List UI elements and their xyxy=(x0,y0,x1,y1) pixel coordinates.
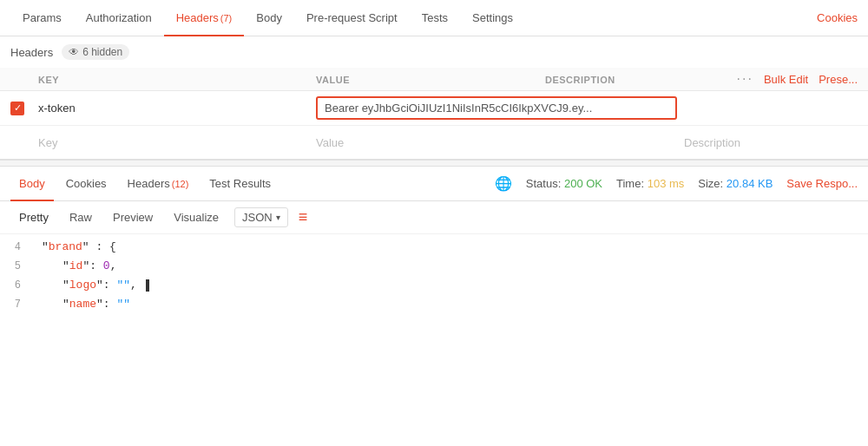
actions-col-header: ··· Bulk Edit Prese... xyxy=(719,71,858,87)
format-row: Pretty Raw Preview Visualize JSON ▾ ≡ xyxy=(0,201,868,234)
resp-tab-test-results[interactable]: Test Results xyxy=(201,167,279,201)
response-panel: Body Cookies Headers(12) Test Results 🌐 … xyxy=(0,167,868,318)
resp-tab-cookies[interactable]: Cookies xyxy=(57,167,115,201)
value-placeholder: Value xyxy=(316,136,344,149)
header-empty-row: Key Value Description xyxy=(0,126,868,159)
line-number: 5 xyxy=(0,257,35,276)
desc-placeholder: Description xyxy=(684,136,740,149)
resp-tab-body[interactable]: Body xyxy=(10,167,54,201)
value-text: Bearer eyJhbGciOiJIUzI1NiIsInR5cCI6IkpXV… xyxy=(325,102,592,115)
tab-prerequest[interactable]: Pre-request Script xyxy=(294,0,410,36)
time-value: 103 ms xyxy=(648,177,685,190)
tab-params[interactable]: Params xyxy=(10,0,74,36)
size-value: 20.84 KB xyxy=(727,177,773,190)
checkbox-cell: ✓ xyxy=(10,102,38,115)
key-value: x-token xyxy=(38,102,76,115)
fmt-tab-visualize[interactable]: Visualize xyxy=(165,208,227,226)
save-response-button[interactable]: Save Respo... xyxy=(786,177,858,190)
line-number: 7 xyxy=(0,295,35,314)
key-placeholder: Key xyxy=(38,136,57,149)
key-cell: x-token xyxy=(38,102,316,115)
checkmark-icon: ✓ xyxy=(14,103,22,113)
cookies-link[interactable]: Cookies xyxy=(817,11,858,24)
presets-button[interactable]: Prese... xyxy=(819,73,858,86)
code-area: 4 "brand" : { 5 "id": 0, 6 "logo": "", 7… xyxy=(0,234,868,318)
headers-table-header: KEY VALUE DESCRIPTION ··· Bulk Edit Pres… xyxy=(0,68,868,91)
request-panel: Params Authorization Headers(7) Body Pre… xyxy=(0,0,868,160)
eye-icon: 👁 xyxy=(69,46,79,58)
tab-tests[interactable]: Tests xyxy=(410,0,460,36)
status-value: 200 OK xyxy=(564,177,602,190)
bulk-edit-button[interactable]: Bulk Edit xyxy=(764,73,808,86)
tab-body[interactable]: Body xyxy=(244,0,294,36)
code-line-7: 7 "name": "" xyxy=(0,295,868,314)
line-number: 4 xyxy=(0,238,35,257)
resp-tab-headers[interactable]: Headers(12) xyxy=(119,167,198,201)
tab-settings[interactable]: Settings xyxy=(460,0,525,36)
chevron-down-icon: ▾ xyxy=(276,213,280,222)
value-cell-highlighted[interactable]: Bearer eyJhbGciOiJIUzI1NiIsInR5cCI6IkpXV… xyxy=(316,96,677,120)
headers-label: Headers xyxy=(10,46,53,59)
globe-icon[interactable]: 🌐 xyxy=(495,175,512,192)
code-line-5: 5 "id": 0, xyxy=(0,257,868,276)
request-tabs-row: Params Authorization Headers(7) Body Pre… xyxy=(0,0,868,36)
fmt-tab-raw[interactable]: Raw xyxy=(61,208,101,226)
hidden-badge[interactable]: 👁 6 hidden xyxy=(62,44,129,60)
response-status-area: 🌐 Status: 200 OK Time: 103 ms Size: 20.8… xyxy=(495,175,858,192)
code-line-6: 6 "logo": "", xyxy=(0,276,868,295)
wrap-icon[interactable]: ≡ xyxy=(299,208,308,226)
tab-authorization[interactable]: Authorization xyxy=(74,0,164,36)
headers-subrow: Headers 👁 6 hidden xyxy=(0,36,868,68)
json-format-select[interactable]: JSON ▾ xyxy=(234,207,288,227)
header-row-xtoken: ✓ x-token Bearer eyJhbGciOiJIUzI1NiIsInR… xyxy=(0,91,868,126)
fmt-tab-preview[interactable]: Preview xyxy=(104,208,161,226)
size-label: Size: 20.84 KB xyxy=(698,177,773,190)
desc-col-header: DESCRIPTION xyxy=(545,73,719,86)
response-tabs-row: Body Cookies Headers(12) Test Results 🌐 … xyxy=(0,167,868,201)
tab-headers[interactable]: Headers(7) xyxy=(164,0,245,36)
more-options-button[interactable]: ··· xyxy=(737,71,753,87)
line-number: 6 xyxy=(0,276,35,295)
key-col-header: KEY xyxy=(38,73,316,86)
row-checkbox[interactable]: ✓ xyxy=(10,102,24,115)
status-label: Status: 200 OK xyxy=(526,177,602,190)
time-label: Time: 103 ms xyxy=(616,177,684,190)
code-line-4: 4 "brand" : { xyxy=(0,238,868,257)
value-col-header: VALUE xyxy=(316,73,545,86)
fmt-tab-pretty[interactable]: Pretty xyxy=(10,208,57,226)
